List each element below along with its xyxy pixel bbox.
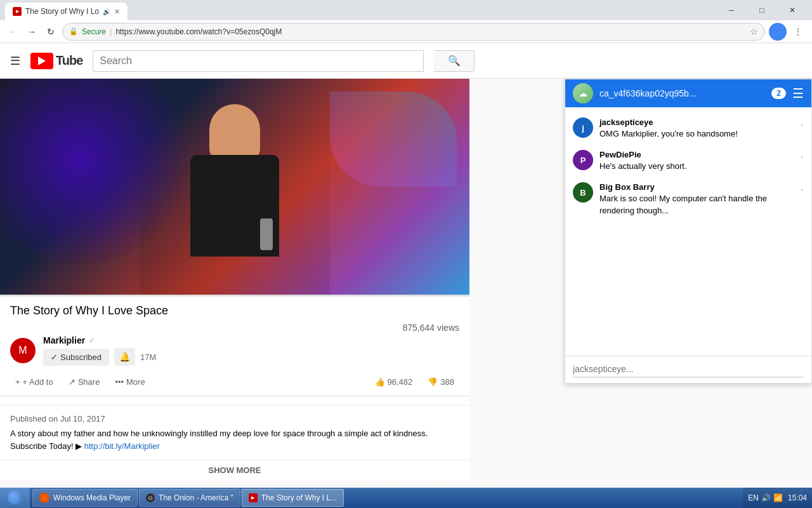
taskbar-item-story[interactable]: The Story of Why I L... xyxy=(242,489,344,507)
msg-avatar-b: B xyxy=(573,182,593,203)
msg-avatar-j: j xyxy=(573,117,593,138)
search-input[interactable] xyxy=(93,50,424,72)
channel-avatar-letter: M xyxy=(18,345,27,356)
secure-label: Secure xyxy=(82,27,106,36)
taskbar-item-onion[interactable]: O The Onion - America " xyxy=(139,489,240,507)
msg-content-2: Big Box Barry Mark is so cool! My comput… xyxy=(599,182,794,216)
add-to-button[interactable]: + + Add to xyxy=(10,373,58,391)
dislike-button[interactable]: 👎 388 xyxy=(422,373,459,391)
yt-icon xyxy=(249,493,258,502)
show-more-button[interactable]: SHOW MORE xyxy=(208,465,261,475)
more-label: More xyxy=(126,377,145,387)
msg-text-1: He's actually very short. xyxy=(599,161,794,172)
like-button[interactable]: 👍 96,482 xyxy=(370,373,418,391)
thumbs-down-icon: 👎 xyxy=(428,377,438,387)
chat-username: ca_v4f636kap02yq95b... xyxy=(599,88,765,98)
msg-username-2: Big Box Barry xyxy=(599,182,794,192)
person-body xyxy=(171,104,298,295)
taskbar-item-wmp[interactable]: Windows Media Player xyxy=(32,489,138,507)
views-count: 875,644 views xyxy=(402,323,459,333)
ellipsis-icon: ••• xyxy=(115,377,124,387)
tab-label: The Story of Why I Lo xyxy=(25,7,99,16)
chat-menu-icon[interactable]: ☰ xyxy=(792,86,804,101)
youtube-logo[interactable]: Tube xyxy=(30,53,82,69)
channel-name-row: Markiplier ✓ xyxy=(43,335,459,345)
address-bar: ← → ↻ 🔒 Secure | https://www.youtube.com… xyxy=(0,20,812,43)
chat-input-area xyxy=(565,356,811,383)
description-link[interactable]: http://bit.ly/Markiplier xyxy=(84,441,160,451)
tab-close-btn[interactable]: ✕ xyxy=(114,8,120,16)
taskbar-right: EN 🔊 📶 15:04 xyxy=(743,488,812,508)
more-button[interactable]: ••• More xyxy=(110,373,150,391)
video-player[interactable] xyxy=(0,79,469,295)
taskbar-system-icons: EN 🔊 📶 xyxy=(748,493,783,502)
video-section: The Story of Why I Love Space 875,644 vi… xyxy=(0,79,584,508)
network-icon[interactable]: 📶 xyxy=(773,493,783,502)
chat-messages: j jacksepticeye OMG Markiplier, you're s… xyxy=(565,107,811,356)
chat-message-0: j jacksepticeye OMG Markiplier, you're s… xyxy=(565,112,811,145)
active-tab[interactable]: The Story of Why I Lo 🔊 ✕ xyxy=(5,3,128,20)
msg-dot-2: · xyxy=(800,182,804,195)
menu-button[interactable]: ⋮ xyxy=(789,23,807,41)
forward-button[interactable]: → xyxy=(24,24,39,39)
subscribed-label: Subscribed xyxy=(60,352,102,362)
microphone xyxy=(260,218,273,250)
description-text: A story about my father and how he unkno… xyxy=(10,427,459,452)
volume-icon[interactable]: 🔊 xyxy=(761,493,771,502)
taskbar-story-label: The Story of Why I L... xyxy=(261,493,337,502)
youtube-logo-text: Tube xyxy=(56,53,82,68)
msg-avatar-letter-b: B xyxy=(580,188,586,197)
browser-titlebar: The Story of Why I Lo 🔊 ✕ ─ □ ✕ xyxy=(0,0,812,20)
action-bar: + + Add to ↗ Share ••• More 👍 96,482 � xyxy=(0,371,469,396)
publish-date: Published on Jul 10, 2017 xyxy=(10,414,459,424)
check-icon: ✓ xyxy=(51,352,58,362)
bell-button[interactable]: 🔔 xyxy=(114,348,135,366)
url-divider: | xyxy=(110,27,112,36)
search-button[interactable]: 🔍 xyxy=(434,50,475,72)
verified-icon: ✓ xyxy=(89,336,95,345)
taskbar-time: 15:04 xyxy=(788,493,807,502)
tab-favicon xyxy=(13,7,22,16)
minimize-button[interactable]: ─ xyxy=(717,0,746,20)
extension-icon[interactable] xyxy=(769,23,787,41)
views-row: 875,644 views xyxy=(0,323,469,335)
taskbar-items: Windows Media Player O The Onion - Ameri… xyxy=(30,489,743,507)
hamburger-menu-icon[interactable]: ☰ xyxy=(10,54,20,68)
tab-bar: The Story of Why I Lo 🔊 ✕ xyxy=(5,0,714,20)
plus-icon: + xyxy=(15,377,20,387)
show-more-section: SHOW MORE xyxy=(0,460,469,480)
share-icon: ↗ xyxy=(69,377,75,387)
msg-dot-1: · xyxy=(800,150,804,163)
window-controls: ─ □ ✕ xyxy=(717,0,807,20)
add-to-label: + Add to xyxy=(23,377,53,387)
channel-name: Markiplier xyxy=(43,335,85,345)
main-layout: The Story of Why I Love Space 875,644 vi… xyxy=(0,79,812,508)
subscriber-count: 17M xyxy=(140,352,156,362)
person-head xyxy=(209,104,260,161)
bookmark-icon[interactable]: ☆ xyxy=(750,27,758,37)
browser-actions: ⋮ xyxy=(769,23,807,41)
reload-button[interactable]: ↻ xyxy=(43,24,58,39)
youtube-header: ☰ Tube 🔍 xyxy=(0,43,812,79)
msg-content-0: jacksepticeye OMG Markiplier, you're so … xyxy=(599,117,794,140)
msg-avatar-p: P xyxy=(573,150,593,170)
close-button[interactable]: ✕ xyxy=(778,0,807,20)
msg-dot-0: · xyxy=(800,117,804,130)
start-orb-icon xyxy=(8,491,22,505)
video-thumbnail xyxy=(0,79,469,295)
maximize-button[interactable]: □ xyxy=(747,0,776,20)
subscribed-button[interactable]: ✓ Subscribed xyxy=(43,349,109,366)
channel-avatar[interactable]: M xyxy=(10,338,36,363)
dislike-count: 388 xyxy=(440,377,454,387)
channel-actions: ✓ Subscribed 🔔 17M xyxy=(43,348,459,366)
chat-input[interactable] xyxy=(573,361,804,378)
share-button[interactable]: ↗ Share xyxy=(63,373,105,391)
video-info: The Story of Why I Love Space 875,644 vi… xyxy=(0,297,469,404)
progress-bar[interactable] xyxy=(0,295,469,297)
channel-info: Markiplier ✓ ✓ Subscribed 🔔 17M xyxy=(43,335,459,366)
start-button[interactable] xyxy=(0,488,30,508)
back-button[interactable]: ← xyxy=(5,24,20,39)
msg-avatar-letter-j: j xyxy=(582,123,584,133)
language-label: EN xyxy=(748,493,759,502)
url-bar[interactable]: 🔒 Secure | https://www.youtube.com/watch… xyxy=(62,23,765,41)
